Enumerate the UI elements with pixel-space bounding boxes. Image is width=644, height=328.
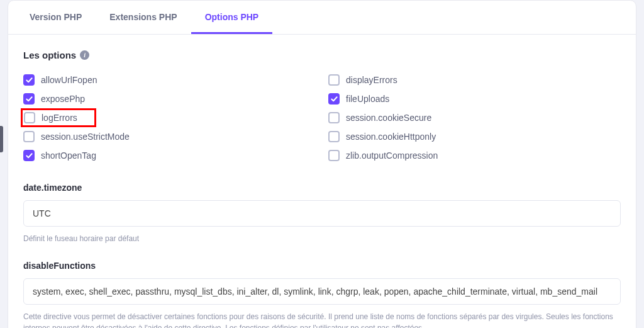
option-label: session.cookieSecure bbox=[346, 113, 431, 123]
checkbox-session.cookieSecure[interactable] bbox=[328, 112, 340, 123]
option-label: allowUrlFopen bbox=[41, 75, 97, 85]
tab-options-php[interactable]: Options PHP bbox=[191, 1, 273, 34]
options-section-title: Les options i bbox=[23, 50, 621, 60]
option-label: logErrors bbox=[42, 113, 77, 123]
disable-functions-label: disableFunctions bbox=[23, 261, 621, 271]
option-row-session.cookieSecure: session.cookieSecure bbox=[328, 108, 621, 127]
disable-functions-input[interactable] bbox=[23, 278, 621, 305]
tab-extensions-php[interactable]: Extensions PHP bbox=[96, 1, 191, 34]
options-title-text: Les options bbox=[23, 50, 76, 60]
option-label: zlib.outputCompression bbox=[346, 150, 438, 161]
option-row-allowUrlFopen: allowUrlFopen bbox=[23, 71, 316, 89]
option-row-fileUploads: fileUploads bbox=[328, 89, 621, 108]
tab-version-php[interactable]: Version PHP bbox=[16, 1, 96, 34]
timezone-help: Définit le fuseau horaire par défaut bbox=[23, 233, 621, 244]
option-row-shortOpenTag: shortOpenTag bbox=[23, 146, 316, 165]
option-label: exposePhp bbox=[41, 94, 85, 104]
options-column-left: allowUrlFopenexposePhplogErrorssession.u… bbox=[23, 71, 316, 165]
checkbox-session.useStrictMode[interactable] bbox=[23, 131, 35, 142]
option-row-zlib.outputCompression: zlib.outputCompression bbox=[328, 146, 621, 165]
option-label: session.useStrictMode bbox=[41, 132, 130, 142]
checkbox-zlib.outputCompression[interactable] bbox=[328, 150, 340, 161]
options-column-right: displayErrorsfileUploadssession.cookieSe… bbox=[328, 71, 621, 165]
option-label: displayErrors bbox=[346, 75, 397, 85]
checkbox-exposePhp[interactable] bbox=[23, 93, 35, 105]
checkbox-allowUrlFopen[interactable] bbox=[23, 74, 35, 86]
tabs-nav: Version PHP Extensions PHP Options PHP bbox=[8, 1, 636, 35]
option-label: session.cookieHttponly bbox=[346, 132, 436, 142]
option-row-logErrors: logErrors bbox=[21, 108, 96, 127]
checkbox-fileUploads[interactable] bbox=[328, 93, 340, 105]
tab-content: Les options i allowUrlFopenexposePhplogE… bbox=[8, 35, 636, 328]
option-row-session.useStrictMode: session.useStrictMode bbox=[23, 127, 316, 146]
option-row-exposePhp: exposePhp bbox=[23, 89, 316, 108]
left-handle bbox=[0, 126, 3, 152]
option-label: fileUploads bbox=[346, 94, 389, 104]
info-icon[interactable]: i bbox=[80, 50, 89, 60]
options-grid: allowUrlFopenexposePhplogErrorssession.u… bbox=[23, 71, 621, 165]
disable-functions-help: Cette directive vous permet de désactive… bbox=[23, 311, 621, 328]
timezone-section: date.timezone Définit le fuseau horaire … bbox=[23, 183, 621, 244]
disable-functions-section: disableFunctions Cette directive vous pe… bbox=[23, 261, 621, 328]
php-settings-card: Version PHP Extensions PHP Options PHP L… bbox=[8, 0, 636, 328]
checkbox-shortOpenTag[interactable] bbox=[23, 150, 35, 161]
checkbox-logErrors[interactable] bbox=[24, 112, 35, 123]
checkbox-session.cookieHttponly[interactable] bbox=[328, 131, 340, 142]
timezone-label: date.timezone bbox=[23, 183, 621, 193]
timezone-input[interactable] bbox=[23, 200, 621, 227]
option-row-session.cookieHttponly: session.cookieHttponly bbox=[328, 127, 621, 146]
option-row-displayErrors: displayErrors bbox=[328, 71, 621, 89]
option-label: shortOpenTag bbox=[41, 150, 96, 161]
checkbox-displayErrors[interactable] bbox=[328, 74, 340, 86]
